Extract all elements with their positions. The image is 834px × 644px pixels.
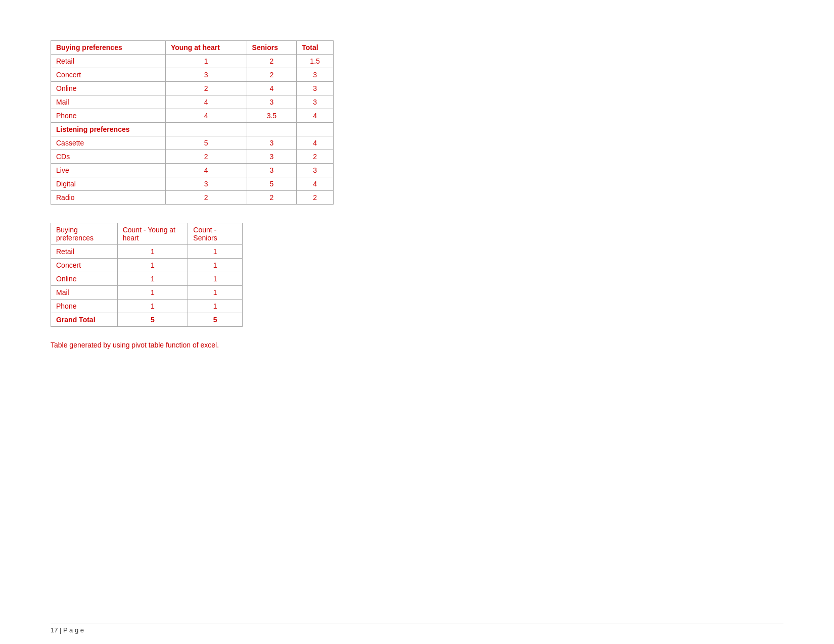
row-label: Cassette	[51, 136, 166, 150]
table-row: Mail 4 3 3	[51, 95, 334, 109]
row-young: 1	[165, 55, 247, 68]
row-label: Concert	[51, 259, 118, 272]
table-row: Phone 4 3.5 4	[51, 109, 334, 123]
row-total: 3	[297, 164, 334, 177]
row-label: Phone	[51, 300, 118, 313]
row-seniors: 3	[247, 95, 297, 109]
row-seniors: 4	[247, 82, 297, 95]
col-header-young: Young at heart	[165, 41, 247, 55]
table-row: Live 4 3 3	[51, 164, 334, 177]
row-young: 3	[165, 177, 247, 191]
listening-header-label: Listening preferences	[51, 123, 166, 136]
row-young: 1	[117, 300, 188, 313]
second-col-header-buying: Buying preferences	[51, 223, 118, 245]
table-row: Concert 1 1	[51, 259, 243, 272]
row-seniors: 3	[247, 136, 297, 150]
row-young: 4	[165, 109, 247, 123]
table-row: Concert 3 2 3	[51, 68, 334, 82]
row-young: 2	[165, 82, 247, 95]
row-total: 3	[297, 95, 334, 109]
row-total: 3	[297, 82, 334, 95]
row-young: 3	[165, 68, 247, 82]
row-label: Phone	[51, 109, 166, 123]
row-young: 1	[117, 259, 188, 272]
page-number: 17 | P a g e	[51, 626, 84, 634]
section-header-listening: Listening preferences	[51, 123, 334, 136]
grand-total-young: 5	[117, 313, 188, 327]
table-row: Phone 1 1	[51, 300, 243, 313]
col-header-buying: Buying preferences	[51, 41, 166, 55]
row-label: Mail	[51, 286, 118, 300]
row-young: 4	[165, 164, 247, 177]
table-row: Cassette 5 3 4	[51, 136, 334, 150]
page-footer: 17 | P a g e	[51, 623, 783, 634]
row-seniors: 2	[247, 55, 297, 68]
row-label: Online	[51, 272, 118, 286]
row-total: 2	[297, 191, 334, 205]
grand-total-row: Grand Total 5 5	[51, 313, 243, 327]
table-row: CDs 2 3 2	[51, 150, 334, 164]
row-young: 2	[165, 191, 247, 205]
main-pivot-table: Buying preferences Young at heart Senior…	[51, 40, 334, 205]
row-seniors: 1	[188, 272, 243, 286]
row-label: Live	[51, 164, 166, 177]
table-row: Digital 3 5 4	[51, 177, 334, 191]
col-header-seniors: Seniors	[247, 41, 297, 55]
row-label: Radio	[51, 191, 166, 205]
row-seniors: 1	[188, 245, 243, 259]
second-col-header-seniors: Count - Seniors	[188, 223, 243, 245]
row-seniors: 1	[188, 300, 243, 313]
footer-note: Table generated by using pivot table fun…	[51, 341, 783, 349]
row-young: 4	[165, 95, 247, 109]
table-row: Radio 2 2 2	[51, 191, 334, 205]
row-seniors: 2	[247, 191, 297, 205]
grand-total-seniors: 5	[188, 313, 243, 327]
row-label: Concert	[51, 68, 166, 82]
table-row: Mail 1 1	[51, 286, 243, 300]
table-row: Retail 1 1	[51, 245, 243, 259]
table-row: Online 2 4 3	[51, 82, 334, 95]
row-seniors: 5	[247, 177, 297, 191]
row-seniors: 3	[247, 164, 297, 177]
row-total: 1.5	[297, 55, 334, 68]
row-young: 2	[165, 150, 247, 164]
row-total: 4	[297, 136, 334, 150]
row-total: 4	[297, 109, 334, 123]
row-seniors: 2	[247, 68, 297, 82]
row-young: 5	[165, 136, 247, 150]
row-label: Online	[51, 82, 166, 95]
row-seniors: 1	[188, 259, 243, 272]
row-total: 4	[297, 177, 334, 191]
row-young: 1	[117, 245, 188, 259]
row-label: Digital	[51, 177, 166, 191]
grand-total-label: Grand Total	[51, 313, 118, 327]
second-pivot-table: Buying preferences Count - Young at hear…	[51, 223, 243, 327]
table-row: Retail 1 2 1.5	[51, 55, 334, 68]
row-label: Retail	[51, 245, 118, 259]
row-young: 1	[117, 286, 188, 300]
table-row: Online 1 1	[51, 272, 243, 286]
col-header-total: Total	[297, 41, 334, 55]
second-col-header-young: Count - Young at heart	[117, 223, 188, 245]
row-young: 1	[117, 272, 188, 286]
row-total: 3	[297, 68, 334, 82]
row-seniors: 3	[247, 150, 297, 164]
row-seniors: 3.5	[247, 109, 297, 123]
row-total: 2	[297, 150, 334, 164]
row-label: CDs	[51, 150, 166, 164]
row-label: Mail	[51, 95, 166, 109]
row-label: Retail	[51, 55, 166, 68]
row-seniors: 1	[188, 286, 243, 300]
